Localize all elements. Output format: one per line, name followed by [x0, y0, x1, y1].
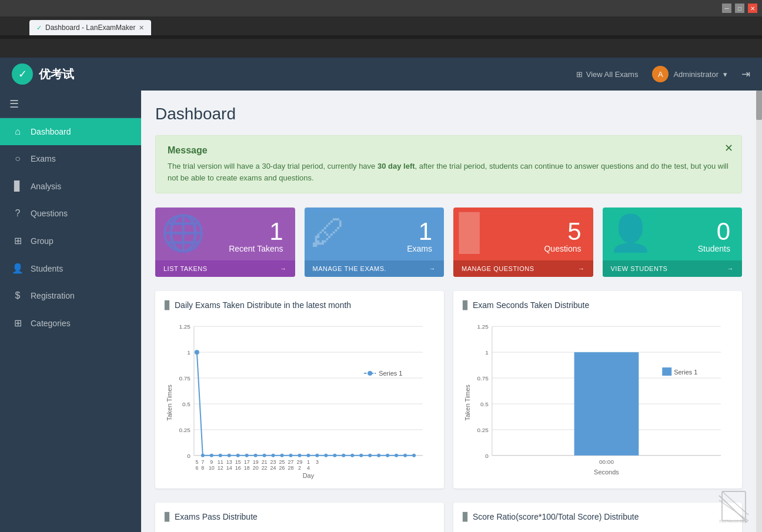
svg-text:INSTALUJ.CZ▶: INSTALUJ.CZ▶ — [719, 519, 748, 523]
svg-text:9: 9 — [210, 459, 213, 465]
svg-point-36 — [377, 454, 380, 457]
svg-point-21 — [245, 454, 249, 457]
svg-text:25: 25 — [279, 459, 285, 465]
stat-footer-questions[interactable]: MANAGE QUESTIONS → — [453, 260, 593, 277]
svg-text:19: 19 — [253, 459, 259, 465]
stat-bg-icon-students: 👤 — [609, 212, 653, 254]
svg-point-39 — [403, 454, 407, 457]
line-chart-container: Taken Times 1.25 1 0.75 0.5 0.25 — [165, 314, 435, 479]
view-all-exams-btn[interactable]: ⊞ View All Exams — [576, 70, 639, 79]
stat-card-questions[interactable]: ▊ 5 Questions MANAGE QUESTIONS → — [453, 208, 593, 277]
maximize-btn[interactable]: □ — [735, 4, 744, 13]
svg-text:0: 0 — [187, 453, 190, 459]
svg-text:6: 6 — [195, 465, 198, 471]
group-icon: ⊞ — [12, 235, 24, 246]
svg-text:27: 27 — [288, 459, 294, 465]
stat-number-takens: 1 — [269, 219, 283, 244]
questions-icon: ? — [12, 208, 24, 219]
svg-text:10: 10 — [209, 465, 215, 471]
stat-number-exams: 1 — [419, 219, 432, 244]
svg-text:4: 4 — [307, 465, 310, 471]
registration-icon: $ — [12, 290, 24, 301]
svg-text:0.5: 0.5 — [480, 401, 489, 407]
svg-text:5: 5 — [195, 459, 198, 465]
sidebar-item-registration[interactable]: $ Registration — [0, 282, 141, 309]
stat-bg-icon-exams: 🖊 — [310, 212, 346, 253]
bar-chart-box: ▊ Exam Seconds Taken Distribute Taken Ti… — [453, 291, 742, 488]
sidebar-item-group[interactable]: ⊞ Group — [0, 227, 141, 255]
scrollbar-track[interactable] — [756, 91, 762, 532]
line-chart-icon: ▊ — [165, 300, 171, 310]
svg-text:0: 0 — [485, 453, 489, 459]
svg-text:1: 1 — [307, 459, 310, 465]
score-chart-icon: ▊ — [463, 512, 469, 521]
browser-chrome: ─ □ ✕ ◀ ▶ 🔒 http://169.254.123.155:5858/… — [0, 0, 762, 39]
svg-point-31 — [333, 454, 336, 457]
browser-addressbar: ◀ ▶ 🔒 http://169.254.123.155:5858/index.… — [0, 16, 762, 39]
minimize-btn[interactable]: ─ — [722, 4, 731, 13]
tab-close-btn[interactable]: ✕ — [139, 24, 144, 32]
stat-number-questions: 5 — [567, 219, 581, 244]
line-chart-box: ▊ Daily Exams Taken Distribute in the la… — [155, 291, 444, 488]
message-close-btn[interactable]: ✕ — [724, 142, 733, 155]
svg-text:16: 16 — [235, 465, 241, 471]
svg-text:26: 26 — [279, 465, 285, 471]
footer-arrow-students: → — [727, 265, 734, 272]
svg-text:Taken Times: Taken Times — [464, 384, 471, 421]
stat-footer-students[interactable]: VIEW STUDENTS → — [603, 260, 743, 277]
main-content: Dashboard Message The trial version will… — [141, 91, 756, 532]
svg-point-23 — [263, 454, 266, 457]
stat-label-takens: Recent Takens — [229, 244, 283, 253]
sidebar-item-students[interactable]: 👤 Students — [0, 255, 141, 282]
sidebar-toggle[interactable]: ☰ — [0, 91, 141, 118]
svg-point-26 — [289, 454, 293, 457]
stat-footer-takens[interactable]: LIST TAKENS → — [155, 260, 295, 277]
svg-point-16 — [201, 454, 205, 457]
svg-text:20: 20 — [253, 465, 259, 471]
bar-chart-container: Taken Times 1.25 1 0.75 0.5 0.25 — [463, 314, 733, 479]
sidebar-item-categories[interactable]: ⊞ Categories — [0, 309, 141, 337]
page-title: Dashboard — [155, 105, 742, 123]
sidebar: ☰ ⌂ Dashboard ○ Exams ▊ Analysis ? Quest… — [0, 91, 141, 532]
scrollbar-thumb[interactable] — [756, 91, 762, 120]
categories-icon: ⊞ — [12, 317, 24, 329]
stats-row: 🌐 1 Recent Takens LIST TAKENS → 🖊 1 Exam… — [155, 208, 742, 277]
svg-text:0.25: 0.25 — [179, 427, 190, 433]
browser-tab[interactable]: ✓ Dashboard - LanExamMaker ✕ — [29, 20, 151, 35]
stat-card-students[interactable]: 👤 0 Students VIEW STUDENTS → — [603, 208, 743, 277]
sidebar-item-analysis[interactable]: ▊ Analysis — [0, 172, 141, 200]
exams-pass-chart-title: ▊ Exams Pass Distribute — [165, 512, 435, 521]
svg-rect-92 — [662, 367, 671, 376]
stat-card-takens[interactable]: 🌐 1 Recent Takens LIST TAKENS → — [155, 208, 295, 277]
browser-titlebar: ─ □ ✕ — [0, 0, 762, 16]
svg-line-95 — [719, 496, 746, 521]
logout-btn[interactable]: ⇥ — [741, 68, 750, 81]
footer-arrow-takens: → — [280, 265, 287, 272]
sidebar-item-questions[interactable]: ? Questions — [0, 200, 141, 227]
exams-icon: ⊞ — [576, 70, 583, 79]
svg-text:12: 12 — [218, 465, 223, 471]
stat-footer-exams[interactable]: MANAGE THE EXAMS. → — [305, 260, 444, 277]
line-chart-title: ▊ Daily Exams Taken Distribute in the la… — [165, 300, 435, 310]
svg-point-72 — [367, 371, 372, 376]
exams-pass-chart-box: ▊ Exams Pass Distribute — [155, 503, 444, 532]
app-logo: ✓ 优考试 — [12, 63, 74, 85]
sidebar-item-dashboard[interactable]: ⌂ Dashboard — [0, 118, 141, 145]
svg-text:22: 22 — [262, 465, 268, 471]
admin-menu[interactable]: A Administrator ▾ — [652, 66, 727, 82]
score-ratio-chart-box: ▊ Score Ratio(score*100/Total Score) Dis… — [453, 503, 742, 532]
sidebar-item-exams[interactable]: ○ Exams — [0, 145, 141, 172]
svg-text:2: 2 — [298, 465, 301, 471]
stat-card-exams[interactable]: 🖊 1 Exams MANAGE THE EXAMS. → — [305, 208, 444, 277]
svg-text:Seconds: Seconds — [594, 469, 619, 476]
message-title: Message — [168, 145, 730, 156]
close-btn[interactable]: ✕ — [748, 4, 757, 13]
line-chart-svg: Taken Times 1.25 1 0.75 0.5 0.25 — [165, 314, 435, 479]
svg-text:1.25: 1.25 — [179, 323, 190, 330]
svg-point-18 — [219, 454, 222, 457]
svg-text:11: 11 — [218, 459, 223, 465]
svg-text:24: 24 — [270, 465, 276, 471]
logo-text: 优考试 — [39, 66, 74, 82]
footer-arrow-questions: → — [578, 265, 585, 272]
svg-point-15 — [195, 350, 199, 354]
